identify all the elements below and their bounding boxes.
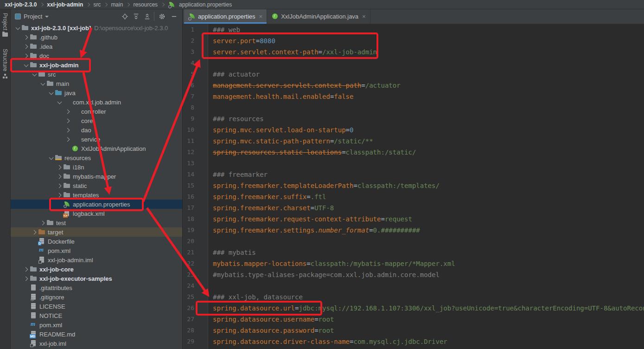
tree-row[interactable]: pom.xml [11, 246, 182, 255]
hide-icon[interactable] [168, 12, 179, 21]
code-line[interactable]: ### actuator [208, 69, 260, 80]
tree-row[interactable]: test [11, 218, 182, 227]
code-line[interactable]: management.server.servlet.context-path=/… [208, 80, 401, 91]
tree-row[interactable]: templates [11, 190, 182, 200]
tree-row[interactable]: logback.xml [11, 209, 182, 218]
chevron-closed-icon[interactable] [56, 173, 63, 180]
code-line[interactable] [208, 236, 213, 247]
tree-row[interactable]: NOTICE [11, 311, 182, 320]
code-line[interactable]: ### mybatis [208, 247, 256, 258]
chevron-closed-icon[interactable] [39, 220, 46, 226]
chevron-closed-icon[interactable] [23, 34, 30, 41]
chevron-closed-icon[interactable] [64, 108, 71, 115]
breadcrumb-item[interactable]: main [111, 1, 123, 8]
code-line[interactable] [208, 102, 213, 113]
code-line[interactable]: spring.mvc.servlet.load-on-startup=0 [208, 124, 353, 136]
code-line[interactable]: spring.freemarker.settings.number_format… [208, 225, 420, 236]
code-line[interactable]: ### web [208, 24, 240, 35]
code-line[interactable]: spring.freemarker.templateLoaderPath=cla… [208, 180, 440, 191]
code-line[interactable] [208, 280, 213, 291]
stripe-button-structure[interactable]: Structure [2, 49, 8, 78]
chevron-open-icon[interactable] [48, 90, 55, 97]
locate-icon[interactable] [119, 12, 130, 21]
chevron-closed-icon[interactable] [23, 266, 30, 273]
code-line[interactable]: spring.datasource.username=root [208, 314, 334, 325]
code-line[interactable]: ### freemarker [208, 169, 268, 180]
chevron-open-icon[interactable] [31, 71, 38, 78]
code-line[interactable] [208, 158, 213, 169]
tree-row[interactable]: xxl-job-core [11, 265, 182, 274]
chevron-closed-icon[interactable] [56, 182, 63, 189]
code-line[interactable]: spring.freemarker.suffix=.ftl [208, 191, 326, 202]
code-line[interactable]: spring.resources.static-locations=classp… [208, 147, 416, 158]
code-line[interactable]: server.servlet.context-path=/xxl-job-adm… [208, 46, 377, 58]
settings-icon[interactable] [154, 12, 168, 21]
tree-row[interactable]: com.xxl.job.admin [11, 97, 182, 107]
chevron-closed-icon[interactable] [31, 229, 38, 236]
expand-all-icon[interactable] [130, 12, 141, 21]
tree-row[interactable]: LICENSE [11, 302, 182, 311]
tree-row[interactable]: xxl-job-2.3.0 [xxl-job]D:\opensource\xxl… [11, 23, 182, 32]
chevron-open-icon[interactable] [39, 80, 46, 87]
chevron-closed-icon[interactable] [56, 192, 63, 199]
tree-row[interactable]: target [11, 227, 182, 237]
tree-row[interactable]: application.properties [11, 200, 182, 209]
tree-row[interactable]: xxl-job-admin [11, 60, 182, 70]
breadcrumb-item[interactable]: xxl-job-admin [47, 1, 83, 8]
tree-row[interactable]: service [11, 135, 182, 144]
tree-row[interactable]: doc [11, 51, 182, 60]
tab-close-icon[interactable]: × [362, 13, 366, 19]
chevron-closed-icon[interactable] [23, 43, 30, 50]
breadcrumb-item[interactable]: xxl-job-2.3.0 [5, 1, 37, 8]
chevron-open-icon[interactable] [48, 155, 55, 162]
chevron-open-icon[interactable] [23, 62, 30, 69]
code-line[interactable]: #mybatis.type-aliases-package=com.xxl.jo… [208, 269, 440, 280]
collapse-all-icon[interactable] [141, 12, 153, 21]
chevron-closed-icon[interactable] [64, 117, 71, 124]
tree-row[interactable]: Dockerfile [11, 237, 182, 246]
stripe-button-project[interactable]: Project [2, 13, 8, 37]
breadcrumb-item[interactable]: src [93, 1, 101, 8]
tree-row[interactable]: .gitattributes [11, 283, 182, 292]
tree-row[interactable]: .idea [11, 42, 182, 51]
tree-row[interactable]: main [11, 79, 182, 88]
editor-code-area[interactable]: 1### web2server.port=80803server.servlet… [183, 24, 644, 349]
tree-row[interactable]: xxl-job.iml [11, 339, 182, 348]
editor-tab[interactable]: XxlJobAdminApplication.java× [267, 9, 370, 24]
tree-row[interactable]: .github [11, 32, 182, 42]
tree-row[interactable]: src [11, 70, 182, 79]
tree-row[interactable]: core [11, 116, 182, 125]
code-line[interactable]: management.health.mail.enabled=false [208, 91, 353, 102]
tree-row[interactable]: dao [11, 125, 182, 135]
tree-row[interactable]: resources [11, 153, 182, 162]
tree-row[interactable]: .gitignore [11, 292, 182, 302]
code-line[interactable]: spring.datasource.url=jdbc:mysql://192.1… [208, 303, 644, 314]
code-line[interactable]: spring.mvc.static-path-pattern=/static/*… [208, 136, 373, 147]
code-line[interactable]: ### xxl-job, datasource [208, 291, 303, 303]
tree-row[interactable]: README.md [11, 330, 182, 339]
code-line[interactable]: ### resources [208, 113, 264, 124]
code-line[interactable] [208, 58, 213, 69]
chevron-open-icon[interactable] [14, 25, 21, 32]
code-line[interactable]: spring.datasource.password=root [208, 325, 334, 336]
tab-close-icon[interactable]: × [259, 13, 263, 19]
chevron-open-icon[interactable] [56, 99, 63, 106]
editor-tab[interactable]: application.properties× [184, 9, 267, 24]
chevron-down-icon[interactable] [45, 16, 49, 19]
code-line[interactable]: mybatis.mapper-locations=classpath:/myba… [208, 258, 455, 269]
tree-row[interactable]: xxl-job-executor-samples [11, 274, 182, 283]
code-line[interactable]: spring.freemarker.request-context-attrib… [208, 213, 412, 225]
code-line[interactable]: server.port=8080 [208, 35, 275, 46]
chevron-closed-icon[interactable] [23, 275, 30, 282]
chevron-closed-icon[interactable] [23, 52, 30, 59]
chevron-closed-icon[interactable] [56, 164, 63, 171]
tree-row[interactable]: XxlJobAdminApplication [11, 144, 182, 153]
chevron-closed-icon[interactable] [64, 127, 71, 134]
tree-row[interactable]: controller [11, 107, 182, 116]
breadcrumb-item[interactable]: resources [133, 1, 158, 8]
chevron-closed-icon[interactable] [64, 136, 71, 143]
tree-row[interactable]: pom.xml [11, 320, 182, 330]
tree-row[interactable]: java [11, 88, 182, 97]
code-line[interactable]: spring.datasource.driver-class-name=com.… [208, 336, 447, 347]
code-line[interactable]: spring.freemarker.charset=UTF-8 [208, 202, 334, 213]
